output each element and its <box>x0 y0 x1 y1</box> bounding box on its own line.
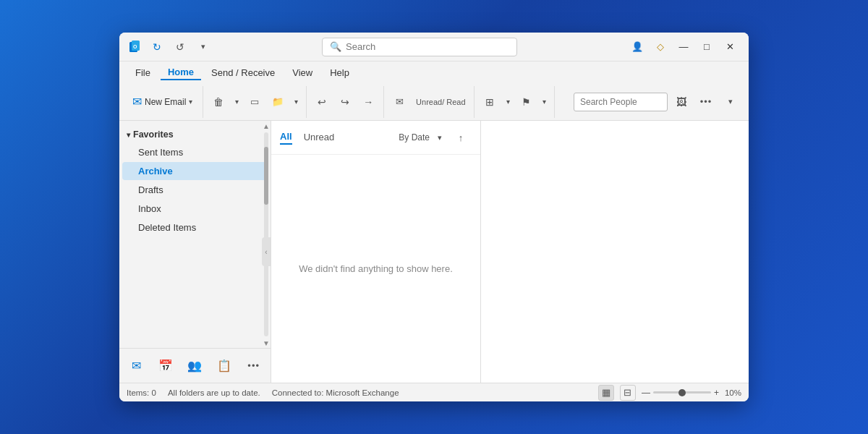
menu-send-receive[interactable]: Send / Receive <box>204 66 282 80</box>
categorize-button[interactable]: ⊞ <box>479 91 501 113</box>
connection-label: Connected to: Microsoft Exchange <box>272 388 399 397</box>
move-button[interactable]: 📁 <box>267 91 289 113</box>
sidebar-scrollbar: ▲ ▼ <box>263 121 269 348</box>
sort-direction-button[interactable]: ↑ <box>450 127 472 148</box>
chevron-down-icon: ▾ <box>201 42 205 51</box>
sidebar: ▾ Favorites Sent Items Archive Drafts In… <box>119 121 271 383</box>
ribbon-tags-group: ⊞ ▾ ⚑ ▾ <box>479 86 555 118</box>
ribbon-mark-group: ✉ Unread/ Read <box>388 86 475 118</box>
scroll-up-arrow[interactable]: ▲ <box>263 121 270 131</box>
sidebar-bottom-nav: ✉ 📅 👥 📋 ••• <box>119 348 271 383</box>
scrollbar-thumb[interactable] <box>264 147 268 205</box>
archive-button[interactable]: ▭ <box>244 91 265 113</box>
filter-all-tab[interactable]: All <box>280 131 292 145</box>
status-bar-right: ▦ ⊟ — + 10% <box>598 385 741 401</box>
archive-icon: ▭ <box>250 96 259 107</box>
svg-text:O: O <box>133 44 137 49</box>
scroll-down-arrow[interactable]: ▼ <box>263 338 270 348</box>
search-bar[interactable]: 🔍 <box>322 38 517 56</box>
sidebar-collapse-handle[interactable]: ‹ <box>262 237 271 266</box>
delete-button[interactable]: 🗑 <box>208 91 229 113</box>
new-email-dropdown-icon[interactable]: ▾ <box>189 98 192 106</box>
email-icon: ✉ <box>396 96 404 107</box>
tasks-nav-icon: 📋 <box>217 359 231 373</box>
favorites-label: Favorites <box>133 129 174 140</box>
ribbon-undo-group: ↩ ↪ → <box>311 86 384 118</box>
profile-button[interactable]: 👤 <box>627 37 647 57</box>
sync-status-label: All folders are up to date. <box>168 388 260 397</box>
search-icon: 🔍 <box>330 41 341 52</box>
zoom-minus-icon[interactable]: — <box>642 388 650 398</box>
address-book-button[interactable]: 🖼 <box>671 91 692 113</box>
sidebar-item-archive[interactable]: Archive <box>122 162 268 180</box>
redo-ribbon-button[interactable]: ↪ <box>334 91 356 113</box>
more-ribbon-button[interactable]: ••• <box>695 91 717 113</box>
menu-help[interactable]: Help <box>323 66 357 80</box>
filter-unread-tab[interactable]: Unread <box>304 132 335 144</box>
layout-single-button[interactable]: ▦ <box>598 385 614 401</box>
search-people-input[interactable] <box>574 93 668 111</box>
search-input[interactable] <box>346 41 509 52</box>
quick-access-dropdown[interactable]: ▾ <box>195 38 212 56</box>
flag-dropdown[interactable]: ▾ <box>538 91 550 113</box>
refresh-button[interactable]: ↻ <box>148 38 166 56</box>
menu-home[interactable]: Home <box>161 65 201 80</box>
forward-ribbon-button[interactable]: → <box>357 91 379 113</box>
move-dropdown[interactable]: ▾ <box>290 91 302 113</box>
address-book-icon: 🖼 <box>676 96 686 108</box>
email-list-area: All Unread By Date ▾ ↑ We didn't find an… <box>271 121 481 383</box>
items-count-label: Items: 0 <box>127 388 156 397</box>
flag-button[interactable]: ⚑ <box>515 91 537 113</box>
undo-ribbon-button[interactable]: ↩ <box>311 91 333 113</box>
premium-icon: ◇ <box>657 41 664 52</box>
nav-people-button[interactable]: 👥 <box>184 354 206 378</box>
sidebar-item-sent[interactable]: Sent Items <box>122 143 268 161</box>
sidebar-item-drafts[interactable]: Drafts <box>122 181 268 199</box>
menu-bar: File Home Send / Receive View Help <box>119 61 749 83</box>
forward-ribbon-icon: → <box>363 96 373 108</box>
maximize-icon: □ <box>704 41 710 52</box>
undo-button[interactable]: ↺ <box>171 38 189 56</box>
main-content: ▾ Favorites Sent Items Archive Drafts In… <box>119 121 749 383</box>
redo-ribbon-icon: ↪ <box>341 96 349 108</box>
zoom-slider-thumb[interactable] <box>678 389 686 396</box>
menu-view[interactable]: View <box>285 66 320 80</box>
people-nav-icon: 👥 <box>187 359 202 373</box>
zoom-percent-label: 10% <box>725 388 741 397</box>
outlook-logo-icon: O <box>128 40 142 54</box>
search-bar-container: 🔍 <box>212 38 627 56</box>
flag-icon: ⚑ <box>522 96 531 108</box>
ribbon-collapse-icon: ▾ <box>728 97 733 106</box>
nav-tasks-button[interactable]: 📋 <box>213 354 236 378</box>
zoom-slider-track[interactable] <box>653 391 711 393</box>
new-email-button[interactable]: ✉ New Email ▾ <box>127 88 198 116</box>
minimize-button[interactable]: — <box>673 37 694 57</box>
ribbon: ✉ New Email ▾ 🗑 ▾ ▭ 📁 ▾ ↩ ↪ <box>119 83 749 121</box>
sidebar-item-inbox[interactable]: Inbox <box>122 200 268 218</box>
nav-calendar-button[interactable]: 📅 <box>155 354 177 378</box>
menu-file[interactable]: File <box>128 66 158 80</box>
zoom-plus-icon[interactable]: + <box>714 388 719 398</box>
calendar-nav-icon: 📅 <box>158 359 173 373</box>
refresh-icon: ↻ <box>153 41 161 53</box>
outlook-window: O ↻ ↺ ▾ 🔍 👤 ◇ <box>119 33 749 401</box>
premium-button[interactable]: ◇ <box>650 37 671 57</box>
layout-split-button[interactable]: ⊟ <box>620 385 636 401</box>
maximize-button[interactable]: □ <box>697 37 717 57</box>
ribbon-collapse-button[interactable]: ▾ <box>720 91 741 113</box>
unread-read-button[interactable]: Unread/ Read <box>412 91 469 113</box>
categorize-dropdown[interactable]: ▾ <box>502 91 514 113</box>
sort-dropdown-button[interactable]: ▾ <box>434 127 446 148</box>
email-icon-btn[interactable]: ✉ <box>388 91 410 113</box>
nav-mail-button[interactable]: ✉ <box>125 354 148 378</box>
nav-more-button[interactable]: ••• <box>242 354 265 378</box>
delete-dropdown[interactable]: ▾ <box>231 91 242 113</box>
undo-ribbon-icon: ↩ <box>318 96 326 108</box>
filter-right: By Date ▾ ↑ <box>399 127 472 148</box>
sidebar-list: ▾ Favorites Sent Items Archive Drafts In… <box>119 121 271 243</box>
layout-split-icon: ⊟ <box>624 387 631 398</box>
close-button[interactable]: ✕ <box>720 37 740 57</box>
favorites-header[interactable]: ▾ Favorites <box>119 127 271 142</box>
sidebar-item-deleted[interactable]: Deleted Items <box>122 218 268 237</box>
favorites-chevron-icon: ▾ <box>127 131 130 139</box>
